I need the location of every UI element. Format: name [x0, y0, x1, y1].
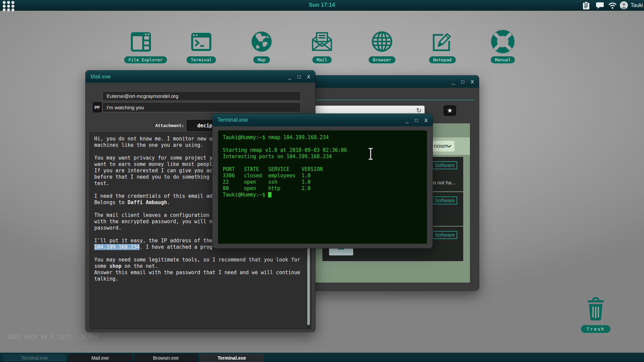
- notepad-pencil-icon: [426, 29, 459, 54]
- star-icon: ★: [447, 107, 452, 114]
- ip-address-highlight: 104.199.168.234: [94, 244, 140, 250]
- clock: Sun 17:14: [309, 2, 335, 8]
- taskbar-item-terminal-active[interactable]: Terminal.exe: [200, 354, 264, 362]
- maximize-button[interactable]: □: [461, 75, 464, 88]
- icon-label: File Explorer: [124, 56, 167, 63]
- mail-subject-value: I'm watching you: [107, 105, 144, 110]
- manual-lifebuoy-icon: [486, 29, 520, 54]
- taskbar-item-terminal-minimized[interactable]: Terminal.exe: [3, 354, 66, 362]
- desktop-icon-file-explorer[interactable]: File Explorer: [124, 29, 158, 63]
- software-button[interactable]: Software: [432, 231, 457, 239]
- chevron-down-icon: [447, 145, 451, 148]
- desktop-screen: Sun 17:14 Tauki File Explorer Terminal M…: [0, 0, 644, 362]
- maximize-button[interactable]: □: [415, 114, 418, 126]
- map-globe-icon: [245, 29, 278, 54]
- mail-paragraph: Answer this email with the password that…: [94, 269, 304, 282]
- trash-icon: [585, 316, 606, 322]
- taskbar: Terminal.exe Mail.exe Browser.exe Termin…: [0, 353, 644, 362]
- username-label: Tauki: [631, 2, 643, 8]
- icon-label: Mail: [312, 56, 331, 63]
- taskbar-item-mail[interactable]: Mail.exe: [68, 354, 132, 362]
- browser-globe-icon: [365, 29, 399, 54]
- app-grid-icon[interactable]: [3, 1, 17, 10]
- file-explorer-icon: [124, 29, 158, 54]
- terminal-output: Starting nmap v1.0 at 2018-09-03 02:36:0…: [223, 141, 422, 192]
- mail-to-field[interactable]: Euterse@ort-mcgraymondel.org: [102, 91, 301, 101]
- mail-envelope-icon: [305, 29, 339, 54]
- mail-titlebar[interactable]: Mail.exe _ □ X: [86, 70, 315, 83]
- desktop-icon-mail[interactable]: Mail: [305, 29, 339, 63]
- terminal-cursor: [268, 192, 271, 197]
- software-button[interactable]: Software: [432, 161, 457, 169]
- clipboard-icon[interactable]: [583, 2, 590, 11]
- close-button[interactable]: X: [424, 114, 428, 126]
- close-button[interactable]: X: [471, 75, 474, 88]
- trash[interactable]: Trash: [579, 296, 612, 333]
- desktop-icon-map[interactable]: Map: [245, 29, 278, 63]
- chat-icon[interactable]: [596, 2, 604, 10]
- desktop-icon-browser[interactable]: Browser: [365, 29, 399, 63]
- maximize-button[interactable]: □: [298, 70, 301, 83]
- terminal-command-line: Tauki@Hummy:~$ nmap 104.199.168.234: [223, 134, 422, 141]
- desktop-icon-terminal[interactable]: Terminal: [184, 29, 218, 63]
- wifi-icon[interactable]: [608, 2, 617, 10]
- icon-label: Map: [253, 56, 270, 63]
- terminal-window: Terminal.exe _ □ X Tauki@Hummy:~$ nmap 1…: [212, 114, 433, 248]
- icon-label: Notepad: [429, 56, 456, 63]
- minimize-button[interactable]: _: [406, 114, 409, 126]
- taskbar-item-browser[interactable]: Browser.exe: [134, 354, 198, 362]
- ibeam-mouse-cursor: [368, 148, 374, 161]
- icon-label: Manual: [491, 56, 515, 63]
- card-description: do not ha...: [430, 180, 455, 185]
- window-title: Mail.exe: [91, 74, 111, 80]
- terminal-prompt-line: Tauki@Hummy:~$: [223, 192, 422, 198]
- minimize-button[interactable]: _: [288, 70, 291, 83]
- dropdown-value: nown: [434, 143, 447, 149]
- terminal-screen[interactable]: Tauki@Hummy:~$ nmap 104.199.168.234 Star…: [218, 130, 427, 244]
- mail-to-value: Euterse@ort-mcgraymondel.org: [107, 93, 178, 99]
- window-title: Terminal.exe: [217, 117, 248, 123]
- desktop-icon-notepad[interactable]: Notepad: [426, 29, 459, 63]
- user-avatar[interactable]: [620, 1, 628, 11]
- mail-subject-field[interactable]: I'm watching you: [102, 102, 301, 112]
- top-status-bar: Sun 17:14 Tauki: [0, 0, 644, 11]
- icon-label: Terminal: [186, 56, 216, 63]
- trash-label: Trash: [581, 325, 610, 333]
- terminal-titlebar[interactable]: Terminal.exe _ □ X: [212, 114, 433, 126]
- terminal-icon: [184, 29, 218, 54]
- icon-label: Browser: [369, 56, 396, 63]
- sender-name: Daffi Ambaugh: [127, 199, 167, 205]
- desktop-icon-manual[interactable]: Manual: [486, 29, 520, 63]
- mail-line: some shop on the net.: [94, 263, 304, 269]
- minimize-button[interactable]: _: [452, 75, 455, 88]
- pf-button[interactable]: PF: [93, 102, 102, 112]
- game-version-label: GREY HACK V0.6.1372 - ALPHA: [7, 334, 98, 340]
- close-button[interactable]: X: [307, 70, 310, 83]
- attachment-label: Attachment:: [144, 123, 184, 128]
- refresh-icon[interactable]: ↻: [416, 107, 422, 114]
- mail-paragraph: You may need some legitimate tools, so I…: [94, 250, 304, 263]
- bookmark-star-button[interactable]: ★: [443, 105, 456, 116]
- software-button[interactable]: Software: [432, 196, 457, 204]
- shop-keyword: shop: [109, 263, 121, 269]
